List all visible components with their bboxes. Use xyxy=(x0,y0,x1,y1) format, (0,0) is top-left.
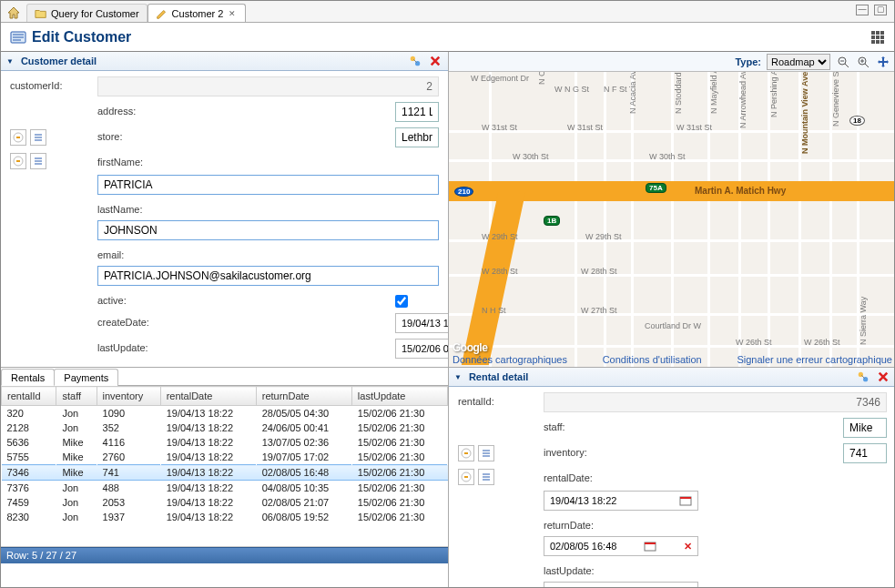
table-row[interactable]: 5636Mike411619/04/13 18:2213/07/05 02:36… xyxy=(2,435,448,450)
table-row[interactable]: 7376Jon48819/04/13 18:2204/08/05 10:3515… xyxy=(2,481,448,496)
grid-icon[interactable] xyxy=(870,30,885,45)
table-row[interactable]: 7346Mike74119/04/13 18:2202/08/05 16:481… xyxy=(2,465,448,481)
street-label: W 28th St xyxy=(482,267,518,276)
svg-line-33 xyxy=(845,64,849,67)
map-type-label: Type: xyxy=(735,56,761,67)
editor-tabbar: Query for Customer Customer 2 ✕ — ▢ xyxy=(1,1,894,23)
tab-payments[interactable]: Payments xyxy=(54,369,118,386)
map-surface[interactable]: W Edgemont Dr W N G St N F St W 31st St … xyxy=(449,72,895,367)
map-type-select[interactable]: Roadmap xyxy=(767,54,830,70)
tab-query-customer[interactable]: Query for Customer xyxy=(26,4,147,22)
column-header[interactable]: lastUpdate xyxy=(351,387,447,406)
clear-icon[interactable] xyxy=(458,445,474,461)
street-label: W 26th St xyxy=(736,338,772,347)
table-cell: 1937 xyxy=(97,510,160,524)
svg-rect-7 xyxy=(871,35,875,39)
list-icon[interactable] xyxy=(30,153,46,169)
customer-detail-header[interactable]: Customer detail xyxy=(1,52,448,71)
street-label: W 30th St xyxy=(649,152,686,161)
table-cell: 19/04/13 18:22 xyxy=(160,481,256,496)
table-cell: 19/04/13 18:22 xyxy=(160,435,256,450)
table-cell: 06/08/05 19:52 xyxy=(256,510,351,524)
table-cell: Jon xyxy=(56,406,97,421)
label-customerId: customerId: xyxy=(10,76,94,96)
delete-icon[interactable] xyxy=(876,370,890,384)
minimize-button[interactable]: — xyxy=(856,5,869,15)
tab-rentals[interactable]: Rentals xyxy=(1,369,55,386)
zoom-out-icon[interactable] xyxy=(836,55,850,69)
rentals-status: Row: 5 / 27 / 27 xyxy=(1,547,448,563)
svg-rect-12 xyxy=(880,40,884,44)
map-footer: Données cartographiques Conditions d'uti… xyxy=(453,354,892,365)
link-icon[interactable] xyxy=(408,54,422,68)
map-terms[interactable]: Conditions d'utilisation xyxy=(603,354,702,365)
street-label: W 31st St xyxy=(676,123,712,132)
street-label: N Sierra Way xyxy=(859,297,868,345)
store-field[interactable] xyxy=(395,127,439,147)
list-icon[interactable] xyxy=(478,469,494,485)
table-cell: Jon xyxy=(56,421,97,435)
rentals-tabbar: Rentals Payments xyxy=(1,368,448,386)
table-cell: Mike xyxy=(56,465,97,481)
svg-rect-5 xyxy=(876,31,880,35)
createDate-value: 19/04/13 18:22 xyxy=(402,318,449,329)
table-cell: Jon xyxy=(56,510,97,524)
route-shield-75a: 75A xyxy=(646,183,666,193)
firstName-field[interactable] xyxy=(97,175,439,195)
rental-lastUpdate-field[interactable]: 15/02/06 21:30 xyxy=(544,582,698,588)
map-panel: Type: Roadmap xyxy=(449,52,895,368)
zoom-in-icon[interactable] xyxy=(856,55,870,69)
table-row[interactable]: 8230Jon193719/04/13 18:2206/08/05 19:521… xyxy=(2,510,448,524)
rentalDate-field[interactable]: 19/04/13 18:22 xyxy=(544,491,698,511)
table-row[interactable]: 7459Jon205319/04/13 18:2202/08/05 21:071… xyxy=(2,495,448,510)
section-title: Customer detail xyxy=(21,56,97,66)
table-cell: 15/02/06 21:30 xyxy=(351,406,447,421)
column-header[interactable]: staff xyxy=(56,387,97,406)
pan-icon[interactable] xyxy=(876,55,890,69)
column-header[interactable]: rentalId xyxy=(2,387,56,406)
rentals-table-scroll[interactable]: rentalIdstaffinventoryrentalDatereturnDa… xyxy=(1,386,448,547)
email-field[interactable] xyxy=(97,266,439,286)
column-header[interactable]: returnDate xyxy=(256,387,351,406)
inventory-field[interactable] xyxy=(843,443,887,463)
createDate-field[interactable]: 19/04/13 18:22 xyxy=(395,313,449,333)
delete-icon[interactable] xyxy=(428,54,442,68)
returnDate-field[interactable]: 02/08/05 16:48 ✕ xyxy=(544,536,698,556)
clear-icon[interactable] xyxy=(10,129,26,146)
calendar-icon[interactable] xyxy=(679,495,692,506)
label-createDate: createDate: xyxy=(97,313,392,333)
lastName-field[interactable] xyxy=(97,220,439,240)
table-cell: 19/04/13 18:22 xyxy=(160,495,256,510)
staff-field[interactable] xyxy=(843,418,887,438)
street-label: Courtland Dr W xyxy=(645,321,701,330)
column-header[interactable]: inventory xyxy=(97,387,160,406)
active-checkbox[interactable] xyxy=(395,295,408,308)
lastUpdate-field[interactable]: 15/02/06 04:57 xyxy=(395,339,449,359)
map-attribution[interactable]: Données cartographiques xyxy=(453,354,567,365)
home-icon[interactable] xyxy=(6,5,21,20)
table-row[interactable]: 2128Jon35219/04/13 18:2224/06/05 00:4115… xyxy=(2,421,448,435)
tab-customer-2[interactable]: Customer 2 ✕ xyxy=(147,4,247,22)
street-label: N Genevieve St xyxy=(831,72,840,127)
street-label: W 29th St xyxy=(585,232,622,241)
table-row[interactable]: 320Jon109019/04/13 18:2228/05/05 04:3015… xyxy=(2,406,448,421)
clear-date-icon[interactable]: ✕ xyxy=(684,541,692,553)
svg-rect-10 xyxy=(871,40,875,44)
map-report[interactable]: Signaler une erreur cartographique xyxy=(737,354,892,365)
table-row[interactable]: 5755Mike276019/04/13 18:2219/07/05 17:02… xyxy=(2,450,448,465)
table-cell: 4116 xyxy=(97,435,160,450)
table-cell: 15/02/06 21:30 xyxy=(351,450,447,465)
clear-icon[interactable] xyxy=(10,153,26,169)
calendar-icon[interactable] xyxy=(644,541,656,552)
list-icon[interactable] xyxy=(478,445,494,461)
clear-icon[interactable] xyxy=(458,469,474,485)
column-header[interactable]: rentalDate xyxy=(160,387,256,406)
link-icon[interactable] xyxy=(856,370,870,384)
address-field[interactable] xyxy=(395,102,439,122)
rental-detail-header[interactable]: Rental detail xyxy=(449,368,895,387)
table-cell: 488 xyxy=(97,481,160,496)
maximize-button[interactable]: ▢ xyxy=(874,5,887,15)
list-icon[interactable] xyxy=(30,129,46,146)
close-icon[interactable]: ✕ xyxy=(227,8,238,19)
label-email: email: xyxy=(97,246,392,260)
